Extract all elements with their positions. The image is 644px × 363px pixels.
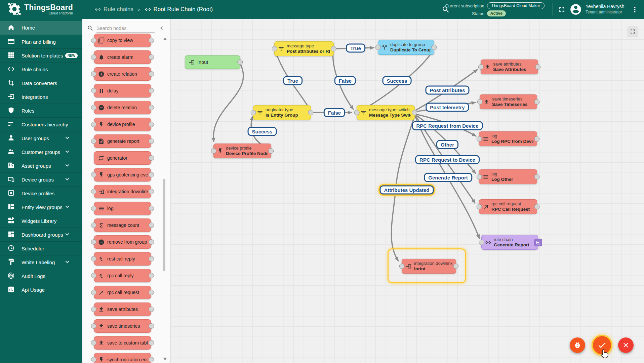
sidebar-item-customer-groups[interactable]: Customer groups (0, 145, 82, 159)
input-connector[interactable] (354, 110, 360, 115)
palette-node-device-profile[interactable]: device profile (94, 118, 151, 131)
palette-node-save-to-custom-table[interactable]: save to custom table (94, 336, 151, 350)
output-connector[interactable] (149, 189, 154, 194)
output-connector[interactable] (149, 256, 154, 261)
sidebar-item-customers-hierarchy[interactable]: Customers hierarchy (0, 117, 82, 131)
node-message-type[interactable]: message typePost attributes or RP… (274, 41, 334, 56)
exit-icon[interactable] (534, 239, 542, 246)
palette-node-create-alarm[interactable]: create alarm (94, 50, 151, 64)
input-connector[interactable] (91, 273, 96, 278)
sidebar-item-integrations[interactable]: Integrations (0, 90, 82, 104)
input-connector[interactable] (477, 136, 482, 142)
output-connector[interactable] (535, 64, 540, 70)
header-fullscreen-button[interactable] (558, 5, 566, 14)
input-connector[interactable] (478, 64, 484, 70)
node-log-rpc-from-device[interactable]: logLog RPC from Device (479, 131, 537, 146)
header-more-menu-button[interactable] (631, 5, 639, 14)
output-connector[interactable] (534, 136, 539, 142)
output-connector[interactable] (149, 138, 154, 144)
output-connector[interactable] (149, 54, 154, 60)
output-connector[interactable] (431, 45, 437, 50)
palette-node-integration-downlink[interactable]: integration downlink (94, 185, 151, 198)
edge-label-true[interactable]: True (346, 44, 365, 53)
edge-label-attributes-updated[interactable]: Attributes Updated (380, 186, 434, 195)
apply-changes-button[interactable] (593, 336, 611, 354)
edge-label-post-attributes[interactable]: Post attributes (425, 86, 469, 95)
sidebar-item-dashboard-groups[interactable]: Dashboard groups (0, 228, 82, 241)
input-connector[interactable] (91, 122, 96, 127)
palette-node-rpc-call-reply[interactable]: rpc call reply (94, 269, 151, 282)
node-integration-downlink-loriot[interactable]: integration downlinkloriot (402, 259, 456, 274)
debug-button[interactable] (570, 337, 585, 353)
edge-label-rpc-request-from-device[interactable]: RPC Request from Device (412, 121, 483, 130)
node-device-profile[interactable]: device profileDevice Profile Node (213, 144, 271, 158)
input-connector[interactable] (91, 340, 96, 346)
output-connector[interactable] (149, 155, 154, 161)
palette-node-log[interactable]: log (94, 202, 151, 215)
palette-node-create-relation[interactable]: create relation (94, 67, 151, 81)
sidebar-item-device-groups[interactable]: Device groups (0, 172, 82, 186)
search-nodes-input[interactable] (96, 24, 155, 32)
node-duplicate-to-group[interactable]: duplicate to groupDuplicate To Group En… (378, 40, 434, 55)
output-connector[interactable] (149, 88, 154, 93)
sidebar-item-widgets-library[interactable]: Widgets Library (0, 214, 82, 228)
palette-node-rest-call-reply[interactable]: rest call reply (94, 252, 151, 266)
input-connector[interactable] (91, 189, 96, 194)
node-save-attributes[interactable]: save attributesSave Attributes (481, 59, 538, 74)
input-connector[interactable] (272, 46, 277, 51)
edge-label-false[interactable]: False (334, 76, 356, 85)
edge-label-false[interactable]: False (324, 108, 345, 117)
output-connector[interactable] (237, 59, 243, 65)
sidebar-item-roles[interactable]: Roles (0, 104, 82, 117)
input-connector[interactable] (91, 54, 96, 60)
input-connector[interactable] (477, 174, 482, 179)
edge-label-post-telemetry[interactable]: Post telemetry (426, 103, 469, 112)
input-connector[interactable] (91, 256, 96, 261)
output-connector[interactable] (149, 357, 154, 362)
output-connector[interactable] (268, 148, 274, 154)
output-connector[interactable] (149, 223, 154, 228)
palette-node-copy-to-view[interactable]: copy to view (94, 34, 151, 47)
breadcrumb-current[interactable]: Root Rule Chain (Root) (145, 6, 213, 13)
output-connector[interactable] (534, 174, 539, 179)
output-connector[interactable] (534, 99, 539, 105)
node-rpc-call-request[interactable]: rpc call requestRPC Call Request (479, 199, 537, 214)
edge-label-success[interactable]: Success (383, 76, 412, 85)
output-connector[interactable] (149, 323, 154, 329)
node-message-type-switch[interactable]: message type switchMessage Type Switch (357, 105, 415, 120)
palette-scroll-up-arrow[interactable] (163, 38, 167, 40)
node-input[interactable]: Input (185, 55, 240, 69)
sidebar-item-user-groups[interactable]: User groups (0, 131, 82, 145)
sidebar-item-rule-chains[interactable]: Rule chains (0, 62, 82, 76)
input-connector[interactable] (91, 290, 96, 295)
palette-node-synchronization-end[interactable]: synchronization end (94, 353, 151, 363)
output-connector[interactable] (149, 122, 154, 127)
input-connector[interactable] (91, 307, 96, 312)
edge-label-other[interactable]: Other (436, 140, 458, 149)
breadcrumb-rule-chains[interactable]: Rule chains (94, 6, 133, 13)
sidebar-item-api-usage[interactable]: Api Usage (0, 283, 82, 296)
output-connector[interactable] (149, 206, 154, 211)
output-connector[interactable] (149, 71, 154, 77)
input-connector[interactable] (477, 204, 482, 209)
subscription-badge[interactable]: ThingsBoard Cloud Maker (487, 2, 545, 9)
output-connector[interactable] (331, 46, 336, 51)
edge-label-rpc-request-to-device[interactable]: RPC Request to Device (415, 155, 480, 164)
node-originator-type[interactable]: originator typeIs Entity Group (253, 105, 311, 120)
output-connector[interactable] (149, 38, 154, 43)
palette-collapse-button[interactable] (158, 25, 165, 32)
palette-node-generate-report[interactable]: generate report (94, 134, 151, 148)
thingsboard-logo[interactable]: ThingsBoard Cloud Platform (7, 2, 73, 16)
input-connector[interactable] (91, 323, 96, 329)
palette-node-save-attributes[interactable]: save attributes (94, 302, 151, 316)
output-connector[interactable] (149, 307, 154, 312)
input-connector[interactable] (91, 71, 96, 77)
sidebar-item-white-labeling[interactable]: White Labeling (0, 255, 82, 269)
edge-label-success[interactable]: Success (248, 127, 277, 136)
palette-node-generator[interactable]: generator (94, 151, 151, 165)
sidebar-item-home[interactable]: Home (0, 21, 82, 35)
palette-scroll-down-arrow[interactable] (163, 358, 167, 360)
output-connector[interactable] (149, 105, 154, 110)
sidebar-item-solution-templates[interactable]: Solution templatesNEW (0, 48, 82, 62)
output-connector[interactable] (534, 204, 539, 209)
